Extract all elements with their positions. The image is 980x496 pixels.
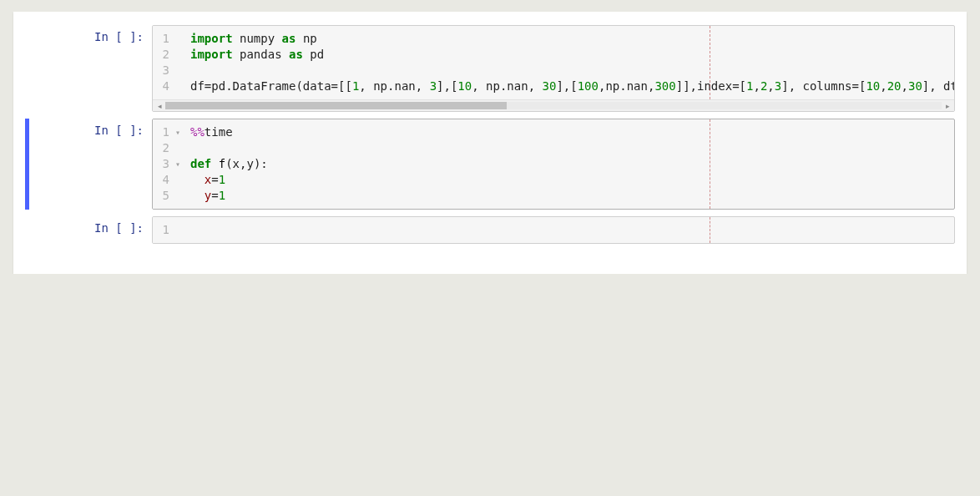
code-token xyxy=(190,173,205,186)
code-line[interactable]: df=pd.DataFrame(data=[[1, np.nan, 3],[10… xyxy=(190,78,947,94)
code-token: 1 xyxy=(219,189,225,202)
code-token: 100 xyxy=(578,79,599,93)
notebook-container: In [ ]:1234import numpy as npimport pand… xyxy=(13,12,967,274)
code-line[interactable]: import pandas as pd xyxy=(190,47,947,63)
code-token: 30 xyxy=(908,79,922,93)
code-token: 10 xyxy=(457,79,472,93)
line-number: 4 xyxy=(158,172,169,188)
code-token: , np.nan, xyxy=(359,79,429,93)
code-token: ,np.nan, xyxy=(599,79,654,93)
code-token: [ xyxy=(740,79,746,93)
code-token: = xyxy=(211,173,218,186)
code-token: 300 xyxy=(654,79,675,93)
line-number-gutter: 1▾23▾45 xyxy=(153,119,184,209)
code-token: 3 xyxy=(775,79,781,93)
code-token: 1 xyxy=(219,173,225,186)
code-token: ],[ xyxy=(556,79,577,93)
code-token: , xyxy=(767,79,774,93)
scroll-left-icon[interactable]: ◂ xyxy=(155,102,164,110)
line-number-gutter: 1234 xyxy=(153,26,184,99)
input-prompt: In [ ]: xyxy=(25,25,152,112)
code-token: %% xyxy=(190,125,205,139)
code-line[interactable]: ​ xyxy=(190,222,947,238)
code-token: [[ xyxy=(338,79,352,93)
line-number: 1 xyxy=(158,222,169,238)
code-token: 30 xyxy=(543,79,557,93)
code-token: ]],index xyxy=(676,79,732,93)
code-line[interactable]: y=1 xyxy=(190,188,947,204)
code-token: np xyxy=(296,32,316,45)
code-token: import xyxy=(190,48,233,61)
scrollbar-thumb[interactable] xyxy=(165,102,507,109)
line-number: 2 xyxy=(158,140,169,156)
code-token: import xyxy=(190,32,233,45)
code-token: pandas xyxy=(233,48,289,61)
fold-icon[interactable]: ▾ xyxy=(173,124,180,140)
code-area[interactable]: 1234import numpy as npimport pandas as p… xyxy=(153,26,954,99)
code-token: = xyxy=(852,79,859,93)
code-token: ], columns xyxy=(781,79,851,93)
code-body[interactable]: %%time​def f(x,y): x=1 y=1 xyxy=(184,119,954,209)
code-token: , xyxy=(902,79,908,93)
line-number: 1 xyxy=(158,31,169,47)
code-token: , np.nan, xyxy=(472,79,542,93)
line-number: 4 xyxy=(158,78,169,94)
code-line[interactable]: import numpy as np xyxy=(190,31,947,47)
line-number: 1 xyxy=(158,124,169,140)
code-line[interactable]: ​ xyxy=(190,63,947,78)
code-token: time xyxy=(205,125,233,139)
code-token: = xyxy=(331,79,338,93)
input-prompt: In [ ]: xyxy=(25,216,152,244)
code-token: as xyxy=(282,32,296,45)
fold-icon[interactable]: ▾ xyxy=(173,156,180,172)
code-cell[interactable]: In [ ]:1234import numpy as npimport pand… xyxy=(25,25,955,112)
code-token: pd xyxy=(303,48,324,61)
code-token: f xyxy=(219,157,225,170)
code-token xyxy=(211,157,218,170)
line-number: 5 xyxy=(158,188,169,204)
line-number: 3 xyxy=(158,156,169,172)
code-token: df xyxy=(190,79,205,93)
code-line[interactable]: %%time xyxy=(190,124,947,140)
code-token: , xyxy=(753,79,760,93)
code-token: 3 xyxy=(430,79,437,93)
code-token: def xyxy=(190,157,211,170)
code-input[interactable]: 1▾23▾45%%time​def f(x,y): x=1 y=1 xyxy=(152,119,955,210)
code-token: pd.DataFrame(data xyxy=(211,79,331,93)
line-number: 3 xyxy=(158,63,169,78)
code-area[interactable]: 1▾23▾45%%time​def f(x,y): x=1 y=1 xyxy=(153,119,954,209)
code-token: ],[ xyxy=(437,79,457,93)
code-token: = xyxy=(211,189,218,202)
code-area[interactable]: 1​ xyxy=(153,217,954,243)
code-line[interactable]: def f(x,y): xyxy=(190,156,947,172)
code-cell[interactable]: In [ ]:1▾23▾45%%time​def f(x,y): x=1 y=1 xyxy=(25,119,955,210)
code-token: numpy xyxy=(233,32,282,45)
code-input[interactable]: 1​ xyxy=(152,216,955,244)
code-token: = xyxy=(732,79,739,93)
line-number: 2 xyxy=(158,47,169,63)
scrollbar-track[interactable] xyxy=(165,102,942,109)
code-input[interactable]: 1234import numpy as npimport pandas as p… xyxy=(152,25,955,112)
code-token xyxy=(190,189,205,202)
input-prompt: In [ ]: xyxy=(25,119,152,210)
code-token: , xyxy=(880,79,887,93)
code-line[interactable]: ​ xyxy=(190,140,947,156)
code-token: ], dtype xyxy=(922,79,954,93)
line-number-gutter: 1 xyxy=(153,217,184,243)
code-token: as xyxy=(289,48,303,61)
code-token: 10 xyxy=(866,79,880,93)
code-body[interactable]: ​ xyxy=(184,217,954,243)
code-body[interactable]: import numpy as npimport pandas as pd​df… xyxy=(184,26,954,99)
code-line[interactable]: x=1 xyxy=(190,172,947,188)
code-token: (x,y): xyxy=(225,157,268,170)
code-token: 20 xyxy=(887,79,902,93)
horizontal-scrollbar[interactable]: ◂▸ xyxy=(153,99,954,111)
code-cell[interactable]: In [ ]:1​ xyxy=(25,216,955,244)
scroll-right-icon[interactable]: ▸ xyxy=(943,102,952,110)
